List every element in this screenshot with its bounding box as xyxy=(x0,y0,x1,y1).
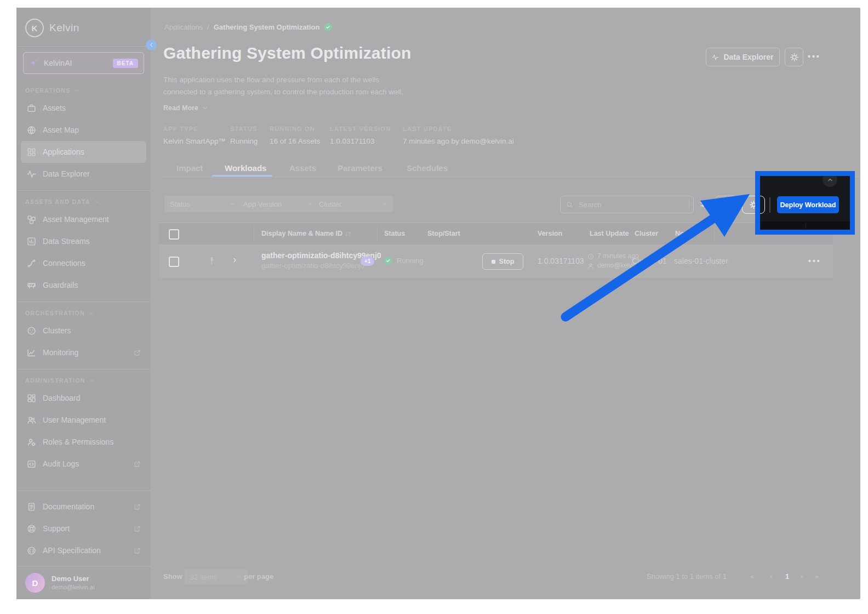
stop-button[interactable]: Stop xyxy=(482,253,523,270)
sidebar-item-support[interactable]: Support xyxy=(21,518,146,539)
row-checkbox[interactable] xyxy=(169,257,179,267)
sidebar-item-roles-permissions[interactable]: Roles & Permissions xyxy=(21,431,146,453)
screen: K Kelvin KelvinAI BETA OPERATIONS Assets… xyxy=(0,0,868,614)
tab-workloads[interactable]: Workloads xyxy=(225,163,266,173)
first-page-button[interactable]: « xyxy=(750,572,754,581)
status-filter-dropdown[interactable]: Status xyxy=(164,196,241,212)
sort-toggle-button[interactable] xyxy=(715,196,738,213)
sidebar-item-assets[interactable]: Assets xyxy=(21,97,146,119)
guardrails-icon xyxy=(26,281,36,290)
tab-parameters[interactable]: Parameters xyxy=(338,163,382,173)
expand-row-chevron[interactable] xyxy=(231,257,238,264)
person-icon xyxy=(587,263,594,269)
app-version-filter-dropdown[interactable]: App Version xyxy=(238,196,318,212)
settings-gear-button[interactable] xyxy=(785,48,803,66)
sidebar-item-applications[interactable]: Applications xyxy=(21,141,146,163)
divider xyxy=(254,226,254,241)
chevron-down-icon xyxy=(202,105,208,111)
divider xyxy=(16,491,151,491)
external-link-icon xyxy=(134,503,141,510)
items-per-page-dropdown[interactable]: 32 items xyxy=(185,569,248,584)
prev-page-button[interactable]: ‹ xyxy=(770,572,772,581)
sliders-icon xyxy=(699,200,709,209)
last-page-button[interactable]: » xyxy=(815,572,819,581)
column-header-name[interactable]: Display Name & Name ID ↓↑ xyxy=(261,230,351,237)
app-description-line2: connected to a gathering system, to cont… xyxy=(163,86,403,98)
meta-value-last-update: 7 minutes ago by demo@kelvin.ai xyxy=(403,137,514,145)
search-input[interactable] xyxy=(578,200,667,209)
sidebar-item-data-explorer[interactable]: Data Explorer xyxy=(21,163,146,185)
waveform-icon xyxy=(712,54,719,61)
cluster-filter-dropdown[interactable]: Cluster xyxy=(313,196,393,212)
sidebar-item-asset-map[interactable]: Asset Map xyxy=(21,119,146,141)
meta-label-status: STATUS xyxy=(230,126,258,132)
chevron-down-icon xyxy=(94,198,100,205)
tab-schedules[interactable]: Schedules xyxy=(407,163,448,173)
sidebar-item-clusters[interactable]: Clusters xyxy=(21,320,146,342)
sidebar-item-api-specification[interactable]: API Specification xyxy=(21,539,146,561)
column-header-cluster[interactable]: Cluster xyxy=(635,230,658,237)
column-header-stop-start[interactable]: Stop/Start xyxy=(427,230,460,237)
chevron-down-icon xyxy=(381,201,387,207)
data-explorer-button[interactable]: Data Explorer xyxy=(706,48,780,66)
sidebar-item-asset-management[interactable]: Asset Management xyxy=(21,208,146,230)
monitoring-icon xyxy=(26,348,36,357)
sidebar-item-user-management[interactable]: User Management xyxy=(21,409,146,431)
sidebar-item-monitoring[interactable]: Monitoring xyxy=(21,342,146,363)
per-page-label: per page xyxy=(244,572,273,581)
sparkle-icon xyxy=(29,59,38,68)
sidebar-item-kelvinai[interactable]: KelvinAI BETA xyxy=(23,52,144,74)
current-page[interactable]: 1 xyxy=(785,572,789,581)
tab-impact[interactable]: Impact xyxy=(176,163,203,173)
sidebar-item-dashboard[interactable]: Dashboard xyxy=(21,387,146,409)
sidebar-item-guardrails[interactable]: Guardrails xyxy=(21,274,146,296)
column-header-last-update[interactable]: Last Update xyxy=(590,230,629,237)
pin-icon[interactable] xyxy=(207,256,216,265)
sidebar-collapse-button[interactable] xyxy=(146,39,157,50)
gear-icon xyxy=(790,53,799,62)
audit-logs-icon xyxy=(26,459,36,469)
users-icon xyxy=(26,416,36,425)
user-email: demo@kelvin.ai xyxy=(52,583,94,591)
sidebar-section-orchestration[interactable]: ORCHESTRATION xyxy=(16,302,151,320)
sidebar-item-audit-logs[interactable]: Audit Logs xyxy=(21,453,146,475)
brand[interactable]: K Kelvin xyxy=(16,8,151,47)
clusters-icon xyxy=(26,326,36,336)
document-icon xyxy=(26,502,36,511)
select-all-checkbox[interactable] xyxy=(169,229,179,240)
sidebar-item-connections[interactable]: Connections xyxy=(21,252,146,274)
row-actions-button[interactable]: ••• xyxy=(808,257,821,265)
asset-management-icon xyxy=(26,215,36,224)
breadcrumb: Applications / Gathering System Optimiza… xyxy=(164,23,332,31)
column-header-node[interactable]: Node xyxy=(675,230,692,237)
api-icon xyxy=(26,546,36,555)
meta-value-latest-version: 1.0.03171103 xyxy=(330,137,375,145)
sidebar-section-administration[interactable]: ADMINISTRATION xyxy=(16,369,151,387)
extra-count-badge[interactable]: +1 xyxy=(361,257,374,266)
user-menu[interactable]: D Demo User demo@kelvin.ai xyxy=(16,566,151,599)
running-check-icon xyxy=(384,257,392,265)
sidebar-item-documentation[interactable]: Documentation xyxy=(21,496,146,518)
more-actions-button[interactable]: ••• xyxy=(808,52,821,61)
sidebar-section-operations[interactable]: OPERATIONS xyxy=(16,79,151,97)
column-header-status[interactable]: Status xyxy=(384,230,405,237)
table-header-row: Display Name & Name ID ↓↑ Status Stop/St… xyxy=(159,223,833,245)
column-filter-button[interactable] xyxy=(695,196,712,212)
chevron-down-icon xyxy=(88,310,95,316)
external-link-icon xyxy=(134,349,141,356)
tab-assets[interactable]: Assets xyxy=(289,163,316,173)
sidebar-item-data-streams[interactable]: Data Streams xyxy=(21,230,146,252)
chevron-down-icon xyxy=(74,87,81,94)
read-more-toggle[interactable]: Read More xyxy=(163,104,208,112)
next-page-button[interactable]: › xyxy=(801,572,803,581)
divider xyxy=(714,226,715,241)
column-header-version[interactable]: Version xyxy=(538,230,562,237)
sidebar-section-assets-and-data[interactable]: ASSETS AND DATA xyxy=(16,191,151,208)
kelvinai-label: KelvinAI xyxy=(44,59,107,67)
meta-label-app-type: APP TYPE xyxy=(163,126,198,132)
breadcrumb-applications[interactable]: Applications xyxy=(164,23,203,31)
support-icon xyxy=(26,524,36,533)
external-link-icon xyxy=(134,461,141,468)
meta-value-running-on: 16 of 16 Assets xyxy=(270,137,320,145)
meta-label-latest-version: LATEST VERSION xyxy=(330,126,391,132)
